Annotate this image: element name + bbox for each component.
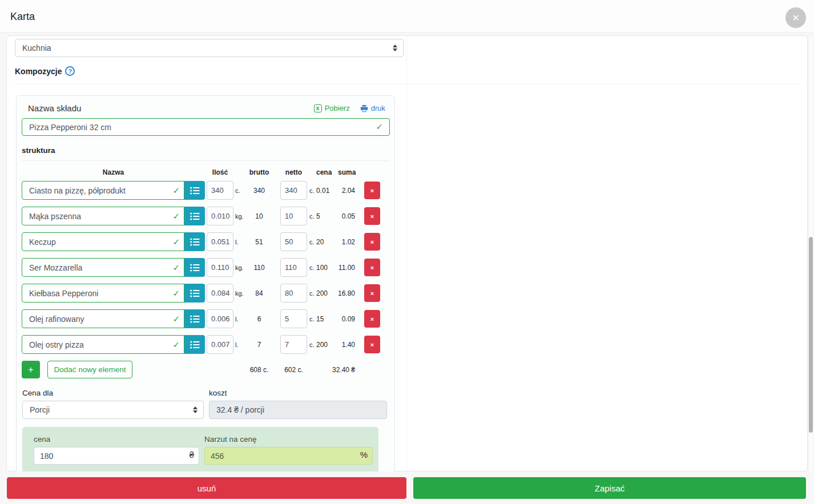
ingredient-name-input[interactable] [22, 258, 184, 277]
delete-row-button[interactable]: × [364, 310, 380, 328]
netto-input[interactable] [280, 335, 307, 354]
netto-input[interactable] [280, 309, 307, 328]
list-icon [190, 187, 200, 195]
qty-input[interactable] [207, 284, 233, 303]
ingredient-row: ✓ l. 6 c. 15 0.09 × [22, 309, 394, 328]
suma-value: 16.80 [338, 289, 355, 297]
qty-input[interactable] [207, 309, 233, 328]
netto-input[interactable] [280, 181, 307, 200]
delete-row-button[interactable]: × [364, 284, 380, 302]
qty-input[interactable] [207, 181, 233, 200]
select-from-list-button[interactable] [184, 335, 205, 354]
kitchen-select[interactable]: Kuchnia [15, 39, 404, 57]
select-from-list-button[interactable] [184, 181, 205, 200]
delete-row-button[interactable]: × [364, 182, 380, 199]
netto-input[interactable] [280, 207, 307, 225]
download-link[interactable]: x Pobierz [314, 104, 350, 112]
ingredient-name-input[interactable] [22, 232, 184, 251]
total-suma: 32.40 ₴ [307, 366, 355, 374]
col-header-suma: suma [338, 168, 355, 176]
add-new-element-button[interactable]: Dodać nowy element [47, 361, 132, 378]
structure-label: struktura [22, 146, 394, 155]
netto-unit-label: c. [309, 187, 316, 194]
cost-input [209, 401, 387, 419]
scrollbar-thumb[interactable] [809, 237, 813, 433]
delete-x-icon: × [370, 316, 374, 322]
cost-label: koszt [209, 389, 387, 397]
ingredient-name-input[interactable] [22, 309, 184, 328]
select-from-list-button[interactable] [184, 207, 205, 225]
col-header-cena: cena [316, 168, 338, 176]
price-label: cena [34, 435, 199, 443]
table-header: Nazwa Ilość brutto netto cena suma [22, 168, 394, 176]
name-of-ingredient-label: Nazwa składu [28, 103, 81, 113]
chevron-updown-icon [193, 406, 198, 413]
valid-check-icon: ✓ [172, 186, 180, 196]
netto-input[interactable] [280, 232, 307, 251]
close-button[interactable]: ✕ [785, 7, 806, 28]
netto-unit-label: c. [309, 316, 316, 322]
ingredient-name-input[interactable] [22, 207, 184, 225]
list-icon [190, 238, 200, 246]
header-divider [14, 84, 800, 84]
cena-value: 20 [316, 238, 338, 246]
select-from-list-button[interactable] [184, 232, 205, 251]
cena-value: 200 [316, 289, 338, 297]
delete-button[interactable]: usuń [7, 477, 406, 499]
compositions-section-label: Kompozycje ? [15, 66, 75, 76]
col-header-brutto: brutto [248, 168, 271, 176]
brutto-value: 51 [248, 238, 271, 246]
list-icon [190, 289, 200, 297]
compositions-label-text: Kompozycje [15, 67, 62, 76]
markup-label: Narzut na cenę [204, 435, 373, 443]
ingredient-name-input[interactable] [22, 181, 184, 200]
netto-input[interactable] [280, 284, 307, 303]
add-plus-button[interactable]: + [22, 361, 40, 378]
ingredient-row: ✓ l. 7 c. 200 1.40 × [22, 335, 394, 354]
valid-check-icon: ✓ [172, 314, 180, 324]
valid-check-icon: ✓ [172, 340, 180, 350]
save-button[interactable]: Zapisać [413, 477, 806, 499]
total-netto: 602 c. [280, 366, 307, 374]
select-from-list-button[interactable] [184, 309, 205, 328]
unit-label: kg. [235, 290, 248, 297]
valid-check-icon: ✓ [172, 263, 180, 273]
qty-input[interactable] [207, 258, 233, 277]
delete-x-icon: × [370, 290, 374, 297]
percent-symbol: % [360, 450, 368, 459]
price-for-value: Porcji [30, 405, 193, 414]
download-link-label: Pobierz [325, 104, 350, 112]
modal-header: Karta ✕ [0, 0, 814, 33]
qty-input[interactable] [207, 232, 233, 251]
suma-value: 1.02 [338, 238, 355, 246]
composition-name-input[interactable] [22, 118, 390, 136]
qty-input[interactable] [207, 335, 233, 354]
delete-row-button[interactable]: × [364, 207, 380, 225]
delete-row-button[interactable]: × [364, 233, 380, 251]
help-icon[interactable]: ? [65, 66, 75, 76]
markup-input[interactable] [204, 447, 373, 465]
ingredient-name-input[interactable] [22, 335, 184, 354]
price-for-select[interactable]: Porcji [22, 401, 204, 419]
delete-row-button[interactable]: × [364, 336, 380, 353]
select-from-list-button[interactable] [184, 284, 205, 303]
print-link[interactable]: druk [360, 104, 385, 112]
price-for-label: Cena dla [22, 389, 204, 397]
unit-label: l. [235, 316, 248, 322]
netto-unit-label: c. [309, 213, 316, 220]
list-icon [190, 212, 200, 220]
qty-input[interactable] [207, 207, 233, 225]
col-header-name: Nazwa [22, 168, 205, 176]
valid-check-icon: ✓ [172, 288, 180, 299]
brutto-value: 84 [248, 289, 271, 297]
select-from-list-button[interactable] [184, 258, 205, 277]
netto-input[interactable] [280, 258, 307, 277]
delete-x-icon: × [370, 264, 374, 271]
kitchen-select-value: Kuchnia [22, 43, 393, 53]
brutto-value: 6 [248, 315, 271, 323]
brutto-value: 7 [248, 341, 271, 349]
ingredient-name-input[interactable] [22, 284, 184, 303]
delete-row-button[interactable]: × [364, 259, 380, 276]
ingredient-row: ✓ l. 51 c. 20 1.02 × [22, 232, 394, 251]
price-input[interactable] [34, 447, 199, 465]
